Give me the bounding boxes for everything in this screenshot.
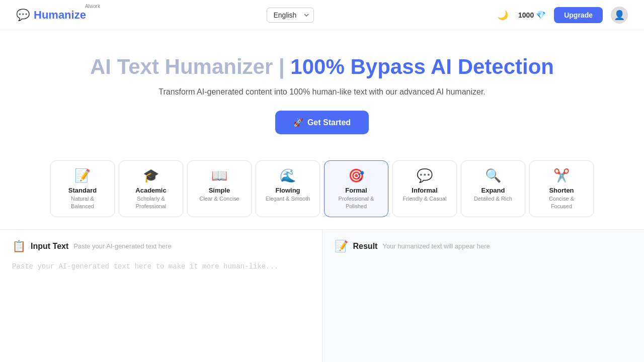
gem-icon: 💎 xyxy=(536,10,546,20)
mode-desc-standard: Natural & Balanced xyxy=(59,195,106,210)
language-select[interactable]: English Spanish French German Chinese xyxy=(267,8,314,23)
mode-icon-standard: 📝 xyxy=(74,168,91,184)
hero-section: AI Text Humanizer | 100% Bypass AI Detec… xyxy=(0,30,644,150)
input-pane: 📋 Input Text Paste your AI-generated tex… xyxy=(0,230,323,362)
input-pane-header: 📋 Input Text Paste your AI-generated tex… xyxy=(12,240,310,253)
hero-title-accent-text: 100% Bypass AI Detection xyxy=(290,55,554,78)
result-pane-title: Result xyxy=(353,242,378,251)
mode-name-informal: Informal xyxy=(412,187,437,194)
mode-name-shorten: Shorten xyxy=(549,187,574,194)
mode-desc-simple: Clear & Concise xyxy=(199,195,239,202)
input-pane-title: Input Text xyxy=(31,242,68,251)
editor-area: 📋 Input Text Paste your AI-generated tex… xyxy=(0,229,644,362)
mode-card-flowing[interactable]: 🌊 Flowing Elegant & Smooth xyxy=(256,160,320,217)
input-pane-subtitle: Paste your AI-generated text here xyxy=(73,242,171,250)
mode-desc-expand: Detailed & Rich xyxy=(474,195,512,202)
upgrade-button[interactable]: Upgrade xyxy=(554,7,603,23)
mode-card-shorten[interactable]: ✂️ Shorten Concise & Focused xyxy=(529,160,594,217)
get-started-icon: 🚀 xyxy=(293,118,303,127)
mode-icon-informal: 💬 xyxy=(417,168,433,184)
mode-desc-formal: Professional & Polished xyxy=(333,195,380,210)
input-textarea[interactable] xyxy=(12,261,310,355)
mode-name-formal: Formal xyxy=(345,187,367,194)
mode-icon-shorten: ✂️ xyxy=(553,168,570,184)
mode-card-academic[interactable]: 🎓 Academic Scholarly & Professional xyxy=(119,160,183,217)
mode-desc-shorten: Concise & Focused xyxy=(538,195,585,210)
header-center: English Spanish French German Chinese xyxy=(267,8,314,23)
mode-name-simple: Simple xyxy=(209,187,230,194)
get-started-button[interactable]: 🚀 Get Started xyxy=(275,111,369,134)
mode-card-simple[interactable]: 📖 Simple Clear & Concise xyxy=(187,160,252,217)
avatar[interactable]: 👤 xyxy=(611,7,628,24)
result-pane-icon: 📝 xyxy=(335,240,348,253)
get-started-label: Get Started xyxy=(307,118,351,127)
mode-name-expand: Expand xyxy=(481,187,505,194)
mode-icon-formal: 🎯 xyxy=(348,168,364,184)
header: 💬 Humanize Alwork English Spanish French… xyxy=(0,0,644,30)
input-pane-icon: 📋 xyxy=(12,240,26,253)
hero-title-plain: AI Text Humanizer | xyxy=(90,55,285,78)
logo-area: 💬 Humanize Alwork xyxy=(16,9,86,22)
modes-row: 📝 Standard Natural & Balanced 🎓 Academic… xyxy=(0,150,644,229)
mode-icon-simple: 📖 xyxy=(211,168,227,184)
hero-title: AI Text Humanizer | 100% Bypass AI Detec… xyxy=(16,54,628,79)
mode-card-formal[interactable]: 🎯 Formal Professional & Polished xyxy=(324,160,388,217)
logo-icon: 💬 xyxy=(16,9,30,22)
credits-value: 1000 xyxy=(518,11,534,19)
dark-mode-button[interactable]: 🌙 xyxy=(495,8,510,23)
mode-name-standard: Standard xyxy=(68,187,97,194)
mode-desc-academic: Scholarly & Professional xyxy=(127,195,175,210)
mode-desc-informal: Friendly & Casual xyxy=(403,195,447,202)
alwork-badge: Alwork xyxy=(85,4,100,9)
mode-card-standard[interactable]: 📝 Standard Natural & Balanced xyxy=(50,160,115,217)
mode-icon-flowing: 🌊 xyxy=(280,168,296,184)
result-pane: 📝 Result Your humanized text will appear… xyxy=(323,230,645,362)
mode-icon-academic: 🎓 xyxy=(143,168,159,184)
header-right: 🌙 1000 💎 Upgrade 👤 xyxy=(495,7,628,24)
result-pane-subtitle: Your humanized text will appear here xyxy=(382,242,490,250)
mode-name-flowing: Flowing xyxy=(275,187,300,194)
credits-display: 1000 💎 xyxy=(518,10,546,20)
mode-desc-flowing: Elegant & Smooth xyxy=(266,195,310,202)
logo-text: Humanize xyxy=(34,9,86,22)
mode-icon-expand: 🔍 xyxy=(485,168,501,184)
mode-card-informal[interactable]: 💬 Informal Friendly & Casual xyxy=(392,160,457,217)
mode-name-academic: Academic xyxy=(135,187,166,194)
mode-card-expand[interactable]: 🔍 Expand Detailed & Rich xyxy=(461,160,525,217)
hero-subtitle: Transform AI-generated content into 100%… xyxy=(16,87,628,97)
result-pane-header: 📝 Result Your humanized text will appear… xyxy=(335,240,632,253)
